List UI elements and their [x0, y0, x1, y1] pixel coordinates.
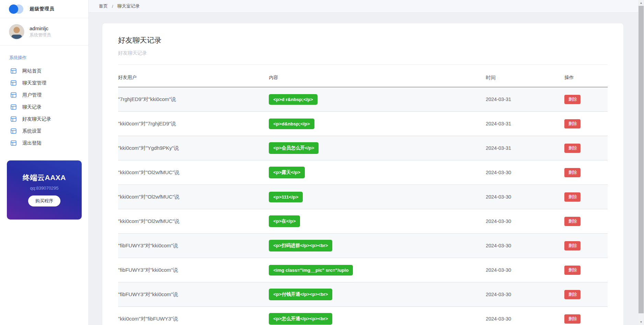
scrollbar-thumb[interactable] [639, 6, 644, 313]
sidebar-menu-item-label: 系统设置 [22, 128, 42, 134]
table-row: "kki0com"对"Ygdh9PKy"说 <p>会员怎么开</p> 2024-… [118, 136, 608, 160]
content-badge: <p>怎么开通</p><p><br> [269, 313, 332, 325]
cell-time: 2024-03-30 [486, 194, 565, 200]
content-badge: <p>111</p> [269, 192, 303, 202]
cell-time: 2024-03-30 [486, 170, 565, 175]
cell-time: 2024-03-30 [486, 292, 565, 297]
table-row: "7rghjED9"对"kki0com"说 <p>d r&nbsp;</p> 2… [118, 87, 608, 112]
window-layout-icon [11, 68, 16, 74]
cell-user: "fibFUWY3"对"kki0com"说 [118, 267, 269, 273]
col-header-user: 好友用户 [118, 75, 269, 81]
sidebar-menu-item[interactable]: 系统设置 [0, 125, 88, 137]
brand-title: 超级管理员 [30, 6, 55, 12]
breadcrumb-separator: / [112, 4, 113, 9]
avatar [9, 24, 24, 40]
delete-button[interactable]: 删除 [564, 144, 580, 153]
sidebar-menu-item[interactable]: 网站首页 [0, 65, 88, 77]
scroll-down-icon[interactable]: ▼ [638, 319, 644, 325]
col-header-content: 内容 [269, 75, 486, 81]
user-profile: adminljc 系统管理员 [0, 18, 88, 46]
sidebar-menu-item-label: 聊天记录 [22, 104, 42, 110]
table-row: "kki0com"对"7rghjED9"说 <p>d&nbsp;</p> 202… [118, 112, 608, 136]
admin-screen: 超级管理员 adminljc 系统管理员 系统操作 [0, 0, 644, 325]
window-layout-icon [11, 92, 16, 98]
sidebar-menu-item-label: 聊天室管理 [22, 80, 46, 86]
cell-user: "kki0com"对"Ol2wfMUC"说 [118, 218, 269, 225]
main-content: 好友聊天记录 好友聊天记录 好友用户 内容 时间 操作 "7rghjED9"对"… [89, 13, 638, 325]
window-layout-icon [11, 116, 16, 122]
content-badge: <p>在</p> [269, 215, 300, 227]
table-row: "kki0com"对"fibFUWY3"说 <p>怎么开通</p><p><br>… [118, 307, 608, 325]
cell-time: 2024-03-31 [486, 97, 565, 102]
brand: 超级管理员 [0, 0, 88, 18]
delete-button[interactable]: 删除 [564, 241, 580, 250]
table-header-row: 好友用户 内容 时间 操作 [118, 64, 608, 87]
promo-card: 终端云AAXA qq:839070295 购买程序 [7, 160, 82, 220]
table-row: "kki0com"对"Ol2wfMUC"说 <p>露天</p> 2024-03-… [118, 160, 608, 185]
sidebar-menu-item-label: 好友聊天记录 [22, 116, 51, 122]
delete-button[interactable]: 删除 [564, 290, 580, 299]
brand-logo-icon [9, 4, 23, 14]
topbar: 首页 / 聊天室记录 [89, 0, 638, 13]
sidebar-menu-item[interactable]: 用户管理 [0, 89, 88, 101]
cell-user: "kki0com"对"fibFUWY3"说 [118, 316, 269, 322]
delete-button[interactable]: 删除 [564, 95, 580, 104]
window-layout-icon [11, 140, 16, 146]
content-badge: <p>d&nbsp;</p> [269, 119, 314, 129]
delete-button[interactable]: 删除 [564, 314, 580, 324]
breadcrumb-home[interactable]: 首页 [99, 3, 108, 9]
content-badge: <p>会员怎么开</p> [269, 142, 319, 154]
delete-button[interactable]: 删除 [564, 168, 580, 177]
sidebar-menu-item-label: 用户管理 [22, 92, 42, 98]
breadcrumb-current[interactable]: 聊天室记录 [117, 3, 140, 9]
sidebar: 超级管理员 adminljc 系统管理员 系统操作 [0, 0, 89, 325]
cell-user: "fibFUWY3"对"kki0com"说 [118, 243, 269, 249]
page-subtitle: 好友聊天记录 [118, 50, 608, 56]
table-row: "fibFUWY3"对"kki0com"说 <img class="img__p… [118, 258, 608, 282]
content-badge: <p>付钱开通</p><p><br> [269, 289, 332, 300]
buy-program-button[interactable]: 购买程序 [28, 195, 60, 206]
delete-button[interactable]: 删除 [564, 192, 580, 202]
sidebar-menu: 网站首页 聊天室管理 [0, 65, 88, 149]
content-badge: <p>露天</p> [269, 167, 305, 178]
col-header-action: 操作 [564, 75, 607, 81]
content-badge: <p>d r&nbsp;</p> [269, 94, 318, 105]
cell-user: "fibFUWY3"对"kki0com"说 [118, 291, 269, 298]
cell-user: "kki0com"对"Ol2wfMUC"说 [118, 194, 269, 200]
sidebar-menu-item[interactable]: 退出登陆 [0, 137, 88, 149]
table-row: "fibFUWY3"对"kki0com"说 <p>付钱开通</p><p><br>… [118, 282, 608, 307]
sidebar-menu-item[interactable]: 聊天记录 [0, 101, 88, 113]
menu-section-label: 系统操作 [9, 55, 88, 61]
scroll-up-icon[interactable]: ▲ [638, 0, 644, 6]
cell-user: "kki0com"对"Ol2wfMUC"说 [118, 169, 269, 176]
promo-title: 终端云AAXA [7, 173, 82, 182]
cell-time: 2024-03-30 [486, 267, 565, 273]
sidebar-menu-item[interactable]: 好友聊天记录 [0, 113, 88, 125]
table-row: "fibFUWY3"对"kki0com"说 <p>扫码进群</p><p><br>… [118, 234, 608, 258]
delete-button[interactable]: 删除 [564, 266, 580, 275]
cell-user: "kki0com"对"7rghjED9"说 [118, 121, 269, 127]
user-name: adminljc [30, 25, 51, 31]
cell-user: "7rghjED9"对"kki0com"说 [118, 96, 269, 103]
sidebar-menu-item[interactable]: 聊天室管理 [0, 77, 88, 89]
window-layout-icon [11, 80, 16, 86]
delete-button[interactable]: 删除 [564, 119, 580, 128]
vertical-scrollbar[interactable]: ▲ ▼ [638, 0, 644, 325]
cell-time: 2024-03-31 [486, 121, 565, 126]
content-badge: <p>扫码进群</p><p><br> [269, 240, 332, 251]
cell-time: 2024-03-30 [486, 218, 565, 224]
table-row: "kki0com"对"Ol2wfMUC"说 <p>111</p> 2024-03… [118, 185, 608, 209]
cell-user: "kki0com"对"Ygdh9PKy"说 [118, 145, 269, 152]
chat-records-table: 好友用户 内容 时间 操作 "7rghjED9"对"kki0com"说 <p>d… [118, 64, 608, 325]
window-layout-icon [11, 104, 16, 110]
promo-qq: qq:839070295 [7, 186, 82, 191]
user-role: 系统管理员 [30, 32, 51, 38]
cell-time: 2024-03-31 [486, 145, 565, 151]
table-row: "kki0com"对"Ol2wfMUC"说 <p>在</p> 2024-03-3… [118, 209, 608, 234]
table-body: "7rghjED9"对"kki0com"说 <p>d r&nbsp;</p> 2… [118, 87, 608, 325]
content-card: 好友聊天记录 好友聊天记录 好友用户 内容 时间 操作 "7rghjED9"对"… [102, 23, 623, 325]
cell-time: 2024-03-30 [486, 316, 565, 322]
cell-time: 2024-03-30 [486, 243, 565, 248]
sidebar-menu-item-label: 退出登陆 [22, 140, 42, 146]
delete-button[interactable]: 删除 [564, 217, 580, 226]
